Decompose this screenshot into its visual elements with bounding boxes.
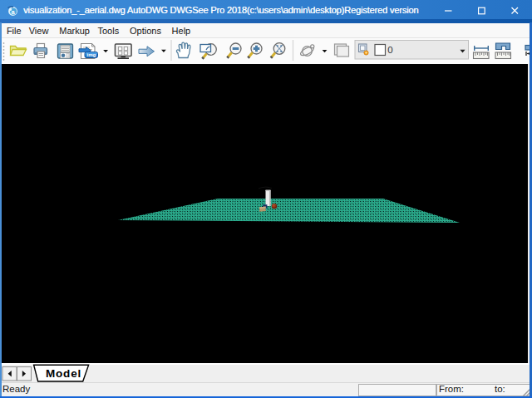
svg-text:0: 0 [387, 45, 392, 55]
svg-text:Model: Model [46, 367, 81, 380]
svg-text:img: img [87, 52, 96, 57]
